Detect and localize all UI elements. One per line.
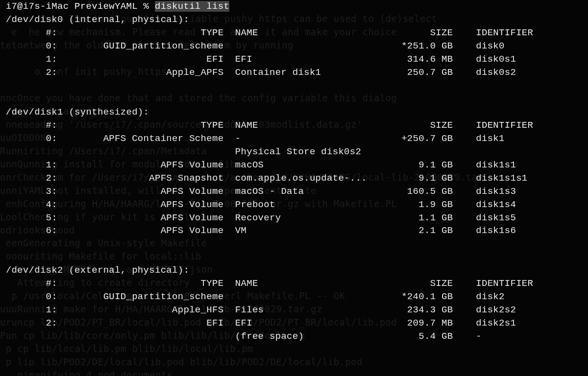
partition-row: 4: APFS Volume Preboot 1.9 GB disk1s4 <box>0 198 588 212</box>
blank-line <box>0 251 588 264</box>
device-header: /dev/disk0 (internal, physical): <box>0 13 588 26</box>
partition-row: 2: Apple_APFS Container disk1 250.7 GB d… <box>0 66 588 79</box>
command-prompt: i7@i7s-iMac PreviewYAML % diskutil list <box>0 0 588 13</box>
column-header: #: TYPE NAME SIZE IDENTIFIER <box>0 119 588 132</box>
partition-row: 6: APFS Volume VM 2.1 GB disk1s6 <box>0 224 588 237</box>
partition-row: 2: APFS Snapshot com.apple.os.update-...… <box>0 172 588 185</box>
terminal-window[interactable]: rom. The configuration variable pushy_ht… <box>0 0 588 376</box>
partition-row: (free space) 5.4 GB - <box>0 330 588 343</box>
partition-row: 1: APFS Volume macOS 9.1 GB disk1s1 <box>0 159 588 172</box>
partition-row: 3: APFS Volume macOS - Data 160.5 GB dis… <box>0 185 588 198</box>
partition-row: 1: EFI EFI 314.6 MB disk0s1 <box>0 53 588 66</box>
partition-row: 5: APFS Volume Recovery 1.1 GB disk1s5 <box>0 212 588 225</box>
blank-line <box>0 93 588 106</box>
column-header: #: TYPE NAME SIZE IDENTIFIER <box>0 277 588 290</box>
entered-command: diskutil list <box>155 1 229 12</box>
partition-row: 1: Apple_HFS Files 234.3 GB disk2s2 <box>0 304 588 317</box>
device-header: /dev/disk2 (external, physical): <box>0 264 588 277</box>
device-header: /dev/disk1 (synthesized): <box>0 106 588 119</box>
blank-line <box>0 237 588 251</box>
partition-row: 0: APFS Container Scheme - +250.7 GB dis… <box>0 132 588 145</box>
blank-line <box>0 79 588 93</box>
terminal-output: i7@i7s-iMac PreviewYAML % diskutil list … <box>0 0 588 376</box>
partition-row: 0: GUID_partition_scheme *251.0 GB disk0 <box>0 40 588 53</box>
partition-row: Physical Store disk0s2 <box>0 145 588 159</box>
column-header: #: TYPE NAME SIZE IDENTIFIER <box>0 26 588 40</box>
partition-row: 0: GUID_partition_scheme *240.1 GB disk2 <box>0 290 588 304</box>
partition-row: 2: EFI EFI 209.7 MB disk2s1 <box>0 317 588 330</box>
